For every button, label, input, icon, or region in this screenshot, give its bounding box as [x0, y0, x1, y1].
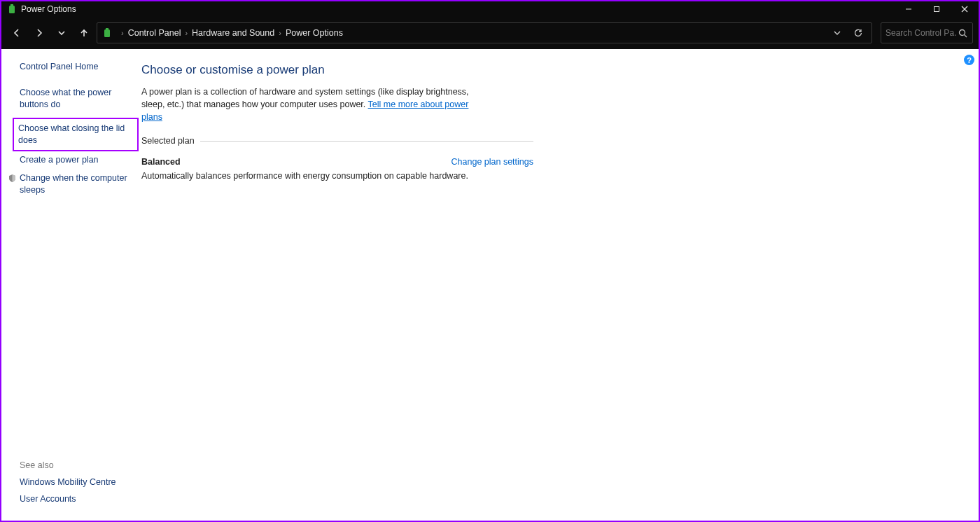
minimize-button[interactable] — [895, 1, 923, 17]
close-button[interactable] — [951, 1, 979, 17]
sidebar: Control Panel Home Choose what the power… — [1, 49, 141, 521]
see-also-header: See also — [20, 460, 133, 470]
battery-icon — [100, 26, 114, 40]
nav-forward-button[interactable] — [29, 23, 49, 43]
address-dropdown-button[interactable] — [827, 23, 848, 43]
see-also-mobility[interactable]: Windows Mobility Centre — [20, 477, 133, 487]
svg-point-8 — [959, 29, 965, 35]
refresh-button[interactable] — [848, 23, 869, 43]
breadcrumb-item[interactable]: Power Options — [286, 28, 343, 38]
maximize-button[interactable] — [923, 1, 951, 17]
svg-rect-6 — [104, 29, 110, 37]
search-input[interactable] — [886, 28, 957, 38]
svg-rect-3 — [934, 7, 939, 12]
chevron-right-icon: › — [279, 29, 281, 37]
explorer-navbar: › Control Panel › Hardware and Sound › P… — [1, 17, 979, 49]
battery-icon — [7, 4, 17, 14]
control-panel-home-link[interactable]: Control Panel Home — [20, 62, 133, 71]
breadcrumb-item[interactable]: Control Panel — [128, 28, 181, 38]
svg-line-9 — [964, 34, 967, 37]
content-area: ? Control Panel Home Choose what the pow… — [1, 49, 979, 521]
nav-back-button[interactable] — [7, 23, 27, 43]
address-bar[interactable]: › Control Panel › Hardware and Sound › P… — [97, 22, 872, 43]
sidebar-link-power-buttons[interactable]: Choose what the power buttons do — [20, 87, 133, 111]
see-also-user-accounts[interactable]: User Accounts — [20, 494, 133, 504]
help-button[interactable]: ? — [964, 55, 974, 65]
plan-description: Automatically balances performance with … — [141, 171, 533, 181]
svg-rect-7 — [106, 28, 108, 29]
change-plan-settings-link[interactable]: Change plan settings — [451, 157, 533, 167]
window-title: Power Options — [21, 4, 76, 14]
nav-recent-button[interactable] — [52, 23, 71, 43]
selected-plan-header: Selected plan — [141, 136, 533, 146]
sidebar-item-label: Change when the computer sleeps — [20, 173, 127, 195]
svg-rect-0 — [9, 6, 15, 13]
chevron-right-icon: › — [185, 29, 188, 37]
sidebar-link-create-plan[interactable]: Create a power plan — [20, 154, 133, 166]
main-panel: Choose or customise a power plan A power… — [141, 49, 533, 521]
shield-icon — [7, 173, 17, 183]
breadcrumb-item[interactable]: Hardware and Sound — [192, 28, 274, 38]
search-box[interactable] — [881, 22, 973, 43]
section-label-text: Selected plan — [141, 136, 195, 146]
sidebar-link-sleep[interactable]: Change when the computer sleeps — [20, 172, 133, 196]
divider — [200, 141, 533, 142]
chevron-right-icon: › — [121, 29, 124, 37]
page-description: A power plan is a collection of hardware… — [141, 85, 491, 123]
nav-up-button[interactable] — [74, 23, 94, 43]
svg-rect-1 — [10, 4, 13, 6]
sidebar-link-closing-lid[interactable]: Choose what closing the lid does — [13, 118, 139, 151]
page-title: Choose or customise a power plan — [141, 63, 533, 77]
plan-row: Balanced Change plan settings — [141, 157, 533, 167]
plan-name: Balanced — [141, 157, 181, 167]
search-icon — [957, 27, 968, 39]
window-titlebar: Power Options — [1, 1, 979, 17]
